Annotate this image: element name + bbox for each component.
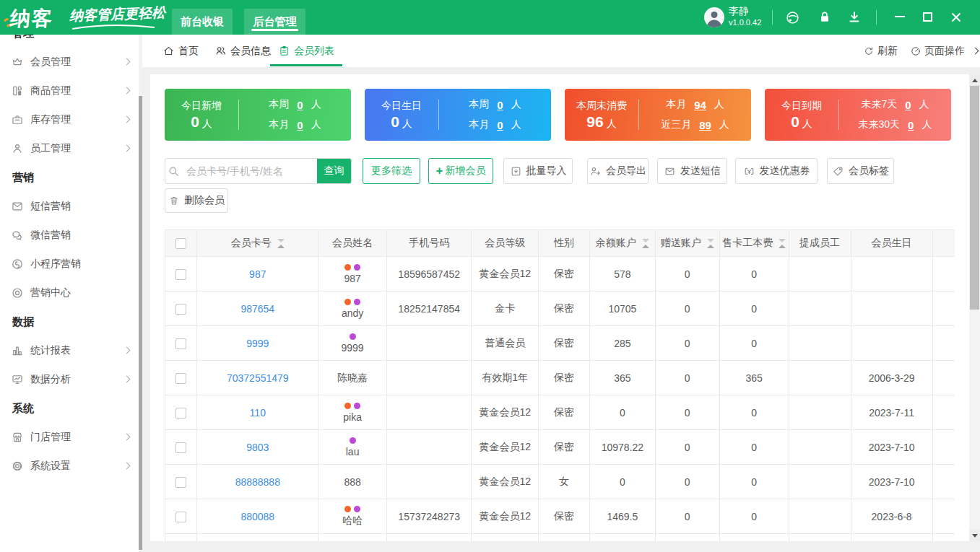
row-checkbox[interactable] [175, 338, 186, 349]
tab-members[interactable]: 会员信息 [214, 35, 271, 67]
sort-icon[interactable] [707, 239, 714, 248]
gift-account [655, 534, 719, 542]
commission-staff [789, 430, 851, 465]
commission-staff [789, 534, 851, 542]
search-button[interactable]: 查询 [317, 159, 351, 183]
row-checkbox[interactable] [175, 269, 186, 280]
avatar[interactable] [704, 7, 724, 27]
column-header: 会员卡号 [197, 230, 318, 257]
sort-icon[interactable] [277, 239, 285, 248]
row-checkbox[interactable] [175, 477, 186, 488]
sidebar-item-staff[interactable]: 员工管理 [0, 134, 139, 163]
sort-icon[interactable] [642, 239, 649, 248]
content-card: 今日新增 0人 本周0人本月0人 今日生日 0人 本周0人本月0人 本周未消费 … [150, 74, 969, 541]
member-name: lau [318, 430, 387, 465]
sidebar-scrollbar[interactable] [139, 35, 142, 552]
checkbox-cell [165, 430, 197, 465]
member-gender: 保密 [539, 257, 590, 292]
download-icon[interactable] [847, 10, 862, 25]
sidebar-item-inventory[interactable]: 库存管理 [0, 105, 139, 134]
checkbox-cell [165, 292, 197, 326]
tab-list[interactable]: 会员列表 [278, 35, 334, 67]
stat-value: 0人 [391, 115, 412, 131]
goods-icon [11, 84, 24, 97]
balance-account: 285 [589, 326, 655, 361]
member-level: 黄金会员12 [472, 395, 539, 430]
toolbar-button-2[interactable]: 批量导入 [503, 158, 573, 184]
sendsms-icon [664, 165, 676, 178]
card-fee: 0 [719, 257, 789, 292]
scrollbar-thumb[interactable] [970, 86, 979, 310]
sidebar-item-miniprogram[interactable]: 小程序营销 [0, 250, 139, 279]
nav-tab-0[interactable]: 前台收银 [172, 9, 233, 35]
balance-account: 578 [589, 257, 655, 292]
sidebar-item-chart[interactable]: 统计报表 [0, 336, 139, 365]
member-birthday: 2023-7-11 [851, 395, 932, 430]
member-level: 黄金会员12 [472, 499, 539, 534]
member-gender: 保密 [539, 430, 590, 465]
vertical-scrollbar[interactable] [969, 74, 980, 541]
nav-tab-1[interactable]: 后台管理 [244, 9, 305, 35]
toolbar-button-4[interactable]: 发送短信 [657, 158, 727, 184]
scroll-down-button[interactable] [969, 530, 980, 541]
action-operations[interactable]: 页面操作 [910, 35, 978, 67]
extra-cell [932, 326, 955, 361]
gift-account: 0 [655, 499, 719, 534]
sidebar-scrollbar-thumb[interactable] [139, 96, 142, 550]
sidebar-item-store[interactable]: 门店管理 [0, 423, 139, 452]
sidebar-item-sms[interactable]: 短信营销 [0, 192, 139, 221]
close-button[interactable] [951, 12, 961, 22]
sidebar-item-wechat[interactable]: 微信营销 [0, 221, 139, 250]
toolbar-button-3[interactable]: 会员导出 [587, 158, 649, 184]
member-card-no: 987 [197, 257, 318, 292]
member-card-no: 987654 [197, 292, 318, 326]
member-birthday: 2023-7-10 [851, 465, 932, 499]
toolbar-button-0[interactable]: 更多筛选 [363, 158, 420, 184]
logo-accent2 [4, 17, 9, 22]
row-checkbox[interactable] [175, 304, 186, 315]
toolbar-button-6[interactable]: 会员标签 [827, 158, 894, 184]
member-birthday [851, 292, 932, 326]
sidebar-item-crown[interactable]: 会员管理 [0, 48, 139, 76]
scroll-up-button[interactable] [969, 74, 980, 86]
user-name[interactable]: 李静 [729, 5, 749, 18]
lock-icon[interactable] [818, 10, 832, 25]
tagic-icon [832, 165, 844, 178]
balance-account: 10978.22 [589, 430, 655, 465]
inventory-icon [11, 113, 24, 126]
toolbar-button-1[interactable]: +新增会员 [428, 158, 493, 184]
delete-member-button[interactable]: 删除会员 [165, 188, 228, 213]
import-icon [510, 165, 522, 178]
select-all-checkbox[interactable] [175, 238, 186, 249]
chevron-right-icon [972, 48, 979, 55]
maximize-button[interactable] [923, 12, 932, 22]
minimize-button[interactable] [895, 16, 905, 17]
member-level [472, 534, 539, 542]
sidebar-item-target[interactable]: 营销中心 [0, 279, 139, 307]
staff-icon [11, 142, 24, 155]
sidebar-item-goods[interactable]: 商品管理 [0, 76, 139, 105]
member-tags-dots [318, 505, 386, 513]
row-checkbox[interactable] [175, 442, 186, 453]
chevron-right-icon [123, 434, 131, 441]
sidebar-item-gear[interactable]: 系统设置 [0, 452, 139, 481]
card-fee [719, 534, 789, 542]
action-refresh[interactable]: 刷新 [863, 35, 898, 67]
search-input[interactable] [182, 159, 317, 183]
toolbar-button-5[interactable]: 发送优惠券 [735, 158, 818, 184]
row-checkbox[interactable] [175, 408, 186, 419]
tab-home[interactable]: 首页 [162, 35, 199, 67]
trash-icon [168, 195, 180, 206]
member-gender: 保密 [539, 326, 590, 361]
member-tags-dots [318, 298, 386, 306]
members-icon [214, 45, 227, 57]
stat-card-2: 本周未消费 96人 本月94人近三月89人 [565, 89, 751, 141]
sidebar-item-analysis[interactable]: 数据分析 [0, 365, 139, 394]
row-checkbox[interactable] [175, 512, 186, 522]
stat-subrow: 本周0人 [269, 98, 321, 111]
service-icon[interactable] [785, 10, 800, 25]
row-checkbox[interactable] [175, 373, 186, 384]
balance-account: 0 [589, 465, 655, 499]
member-gender: 保密 [539, 499, 590, 534]
sort-icon[interactable] [779, 239, 786, 248]
